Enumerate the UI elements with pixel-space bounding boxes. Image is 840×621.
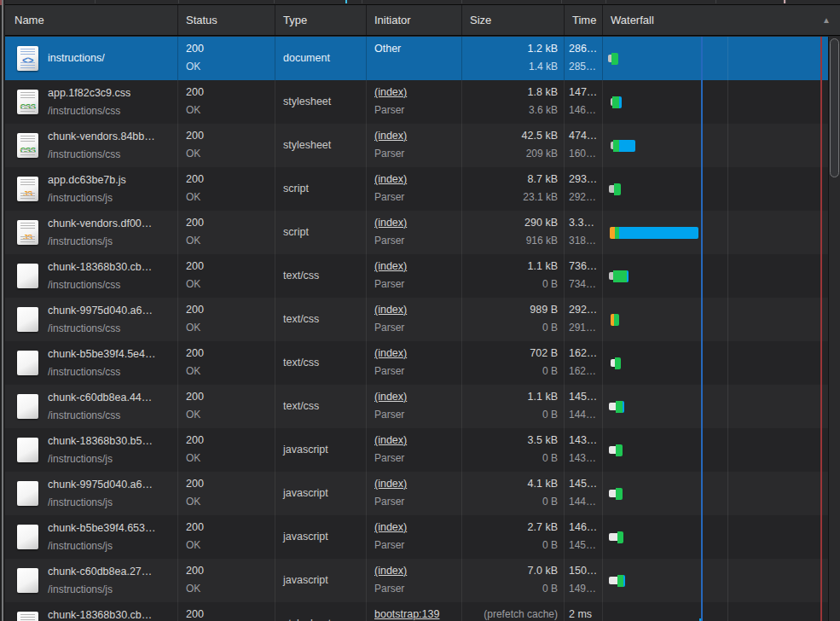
column-header-name[interactable]: Name [5, 5, 178, 35]
type-cell: stylesheet [275, 602, 367, 621]
size-transferred: 1.1 kB [462, 258, 558, 276]
column-header-size[interactable]: Size [462, 5, 565, 35]
column-header-status-label: Status [186, 14, 217, 26]
initiator-link[interactable]: (index) [374, 475, 461, 493]
column-header-initiator[interactable]: Initiator [367, 5, 462, 35]
status-code: 200 [186, 171, 275, 189]
waterfall-bars [611, 314, 619, 326]
initiator-link[interactable]: (index) [374, 301, 461, 319]
status-cell: 200OK [178, 211, 275, 254]
initiator-cell: bootstrap:139 [367, 602, 462, 621]
initiator-link[interactable]: (index) [374, 519, 461, 537]
request-row[interactable]: <>instructions/200OKdocumentOther1.2 kB1… [5, 37, 840, 80]
size-transferred: 1.1 kB [462, 388, 558, 406]
size-transferred: 2.7 kB [462, 519, 558, 537]
icon-lines [20, 106, 35, 112]
initiator-link[interactable]: (index) [374, 127, 461, 145]
request-type: stylesheet [283, 93, 331, 111]
time-cell: 150…149… [565, 559, 603, 602]
panel-splitter[interactable] [2, 0, 3, 621]
name-cell: JSchunk-vendors.df00…/instructions/js [5, 211, 178, 254]
time-cell: 2 ms [565, 602, 603, 621]
request-row[interactable]: JSapp.dc63be7b.js/instructions/js200OKsc… [5, 167, 840, 211]
waterfall-segment-queueing [609, 577, 617, 584]
request-row[interactable]: chunk-9975d040.a6…/instructions/js200OKj… [5, 472, 840, 515]
request-row[interactable]: chunk-b5be39f4.5e4…/instructions/css200O… [5, 341, 840, 385]
scrollbar-thumb[interactable] [830, 38, 839, 177]
column-header-waterfall[interactable]: Waterfall ▲ [603, 5, 840, 35]
request-row[interactable]: chunk-b5be39f4.653…/instructions/js200OK… [5, 515, 840, 559]
size-transferred: (prefetch cache) [462, 606, 558, 621]
size-resource: 0 B [462, 580, 558, 598]
initiator-type: Parser [374, 145, 461, 163]
time-cell: 474…160… [565, 124, 603, 167]
size-cell: 1.8 kB3.6 kB [462, 80, 565, 124]
size-cell: 2.7 kB0 B [462, 515, 565, 559]
status-code: 200 [186, 214, 275, 232]
column-header-status[interactable]: Status [178, 5, 275, 35]
column-header-time-label: Time [572, 14, 596, 26]
name-cell: chunk-18368b30.cb…/instructions/css [5, 254, 178, 298]
overview-divider [274, 0, 275, 3]
request-row[interactable]: chunk-9975d040.a6…/instructions/css200OK… [5, 298, 840, 341]
status-text: OK [186, 319, 275, 337]
overview-strip[interactable] [5, 0, 840, 5]
name-cell: chunk-c60db8ea.27…/instructions/js [5, 559, 178, 602]
time-total: 293… [569, 171, 602, 189]
initiator-type: Parser [374, 363, 461, 380]
request-type: text/css [283, 310, 319, 328]
initiator-cell: (index)Parser [367, 428, 462, 472]
initiator-link[interactable]: bootstrap:139 [374, 606, 461, 621]
waterfall-cell [603, 211, 840, 254]
size-cell: 1.2 kB1.4 kB [462, 37, 565, 80]
initiator-type: Parser [374, 406, 461, 424]
request-row[interactable]: chunk-c60db8ea.44…/instructions/css200OK… [5, 385, 840, 428]
initiator-link[interactable]: (index) [374, 388, 461, 406]
type-cell: text/css [275, 385, 367, 428]
initiator-link[interactable]: (index) [374, 258, 461, 276]
request-row[interactable]: JSchunk-vendors.df00…/instructions/js200… [5, 211, 840, 254]
waterfall-segment-download [619, 227, 698, 239]
status-text: OK [186, 493, 275, 511]
initiator-link[interactable]: (index) [374, 432, 461, 450]
initiator-cell: (index)Parser [367, 472, 462, 515]
initiator-link[interactable]: (index) [374, 171, 461, 189]
waterfall-segment-download [619, 140, 635, 152]
column-header-type[interactable]: Type [275, 5, 367, 35]
css-file-icon: CSS [17, 612, 38, 621]
overview-divider [461, 0, 462, 3]
initiator-link[interactable]: (index) [374, 562, 461, 580]
waterfall-cell [603, 298, 840, 341]
icon-lines [20, 149, 35, 155]
time-cell: 162…162… [565, 341, 603, 385]
request-row[interactable]: CSSchunk-vendors.84bb…/instructions/css2… [5, 124, 840, 167]
request-row[interactable]: chunk-18368b30.b5…/instructions/js200OKj… [5, 428, 840, 472]
request-name: chunk-9975d040.a6… [48, 302, 153, 320]
request-row[interactable]: chunk-18368b30.cb…/instructions/css200OK… [5, 254, 840, 298]
waterfall-segment-download [619, 96, 622, 108]
request-row[interactable]: CSSchunk-18368b30.cb…/instructions/css20… [5, 602, 840, 621]
initiator-link[interactable]: (index) [374, 345, 461, 363]
request-type: javascript [283, 441, 328, 459]
overview-divider [785, 0, 786, 3]
initiator-type: Parser [374, 232, 461, 250]
waterfall-bars [609, 444, 623, 456]
request-row[interactable]: CSSapp.1f82c3c9.css/instructions/css200O… [5, 80, 840, 124]
vertical-scrollbar[interactable] [828, 37, 840, 621]
time-total: 2 ms [569, 606, 602, 621]
initiator-link[interactable]: (index) [374, 84, 461, 102]
waterfall-bars [611, 140, 635, 152]
column-header-time[interactable]: Time [565, 5, 603, 35]
initiator-link[interactable]: (index) [374, 214, 461, 232]
status-text: OK [186, 189, 275, 206]
name-cell: chunk-9975d040.a6…/instructions/js [5, 472, 178, 515]
initiator-type: Parser [374, 189, 461, 206]
initiator-cell: (index)Parser [367, 124, 462, 167]
size-transferred: 1.2 kB [462, 40, 558, 58]
time-cell: 143…143… [565, 428, 603, 472]
initiator-type: Parser [374, 102, 461, 119]
left-gutter [0, 0, 5, 621]
size-transferred: 4.1 kB [462, 475, 558, 493]
time-cell: 292…291… [565, 298, 603, 341]
request-row[interactable]: chunk-c60db8ea.27…/instructions/js200OKj… [5, 559, 840, 602]
